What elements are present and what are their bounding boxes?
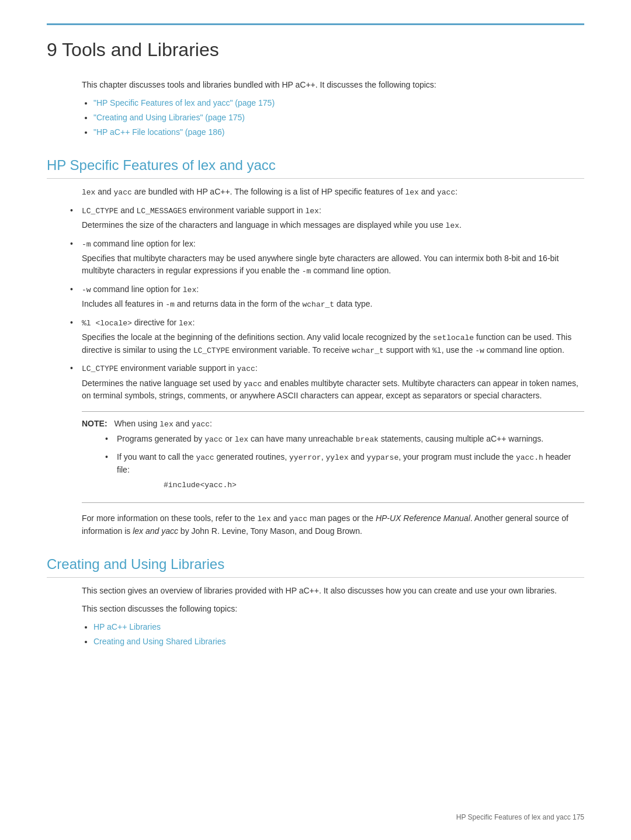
- yacc-code-1: yacc: [114, 188, 132, 197]
- yacc-note-1: yacc: [204, 435, 223, 444]
- feature-item-5: LC_CTYPE environment variable support in…: [82, 362, 584, 402]
- feature-title-5: LC_CTYPE environment variable support in…: [82, 362, 584, 375]
- lex-inline-1: lex: [306, 207, 319, 216]
- lex-code-1: lex: [82, 188, 95, 197]
- feature-item-3: -w command line option for lex: Includes…: [82, 283, 584, 311]
- yylex-code: yylex: [325, 453, 348, 462]
- note-item-1: Programs generated by yacc or lex can ha…: [117, 433, 584, 446]
- lc-ctype-yacc-code: LC_CTYPE: [82, 365, 118, 373]
- m-option-code: -m: [82, 240, 91, 249]
- lex-ref: lex: [257, 515, 271, 523]
- section2-list: HP aC++ Libraries Creating and Using Sha…: [93, 621, 584, 648]
- wchar-ref: wchar_t: [352, 346, 384, 355]
- page-footer: HP Specific Features of lex and yacc 175: [456, 812, 584, 822]
- lc-messages-code: LC_MESSAGES: [137, 207, 187, 216]
- section1-intro: lex and yacc are bundled with HP aC++. T…: [82, 186, 584, 199]
- feature-item-4: %l <locale> directive for lex: Specifies…: [82, 317, 584, 357]
- note-intro: When using lex and yacc:: [114, 419, 212, 428]
- yacc-note-2: yacc: [196, 453, 214, 462]
- section2-link-2[interactable]: Creating and Using Shared Libraries: [93, 637, 226, 646]
- feature-body-4: Specifies the locale at the beginning of…: [82, 331, 584, 356]
- break-code: break: [356, 435, 379, 444]
- section2-heading: Creating and Using Libraries: [47, 554, 584, 578]
- toc-link-1[interactable]: "HP Specific Features of lex and yacc" (…: [93, 98, 275, 107]
- yacc-code-2: yacc: [437, 188, 455, 197]
- note-box: NOTE: When using lex and yacc: Programs …: [82, 411, 584, 503]
- feature-list: LC_CTYPE and LC_MESSAGES environment var…: [82, 204, 584, 402]
- lex-note-1: lex: [235, 435, 248, 444]
- note-item-2: If you want to call the yacc generated r…: [117, 451, 584, 491]
- w-ref-code: -w: [475, 346, 484, 355]
- section2-intro1: This section gives an overview of librar…: [82, 585, 584, 597]
- list-item: "HP aC++ File locations" (page 186): [93, 126, 584, 138]
- feature-title-4: %l <locale> directive for lex:: [82, 317, 584, 329]
- lex-note: lex: [160, 420, 173, 429]
- yacc-ref: yacc: [289, 515, 307, 523]
- yacc-inline-1: yacc: [237, 365, 255, 373]
- feature-body-5: Determines the native language set used …: [82, 377, 584, 402]
- yacc-inline-2: yacc: [244, 380, 262, 388]
- chapter-intro: This chapter discusses tools and librari…: [82, 79, 584, 91]
- note-list: Programs generated by yacc or lex can ha…: [117, 433, 584, 491]
- hpux-manual: HP-UX Reference Manual: [376, 513, 470, 523]
- include-code: #include<yacc.h>: [164, 480, 584, 491]
- section1-footer: For more information on these tools, ref…: [82, 512, 584, 537]
- lex-inline-4: lex: [179, 319, 192, 328]
- section2-item-1: HP aC++ Libraries: [93, 621, 584, 633]
- w-option-code: -w: [82, 286, 91, 294]
- note-label: NOTE:: [82, 419, 108, 428]
- list-item: "Creating and Using Libraries" (page 175…: [93, 112, 584, 124]
- m-inline-code: -m: [302, 267, 311, 276]
- toc-list: "HP Specific Features of lex and yacc" (…: [93, 97, 584, 138]
- section1-heading: HP Specific Features of lex and yacc: [47, 155, 584, 179]
- percent-l-ref: %l: [432, 346, 442, 355]
- note-header: NOTE: When using lex and yacc:: [82, 418, 584, 431]
- chapter-title: 9 Tools and Libraries: [47, 36, 584, 68]
- yyerror-code: yyerror: [289, 453, 321, 462]
- lex-yacc-book: lex and yacc: [133, 526, 178, 536]
- setlocale-code: setlocale: [433, 334, 474, 342]
- feature-body-1: Determines the size of the characters an…: [82, 219, 584, 232]
- feature-body-2: Specifies that multibyte characters may …: [82, 252, 584, 277]
- yyparse-code: yyparse: [367, 453, 399, 462]
- m-ref-code: -m: [165, 300, 175, 309]
- feature-item-2: -m command line option for lex: Specifie…: [82, 238, 584, 277]
- list-item: "HP Specific Features of lex and yacc" (…: [93, 97, 584, 109]
- section2-item-2: Creating and Using Shared Libraries: [93, 636, 584, 648]
- lex-inline-2: lex: [446, 221, 459, 230]
- lc-ctype-code: LC_CTYPE: [82, 207, 118, 216]
- wchar-code: wchar_t: [303, 300, 335, 309]
- section2-link-1[interactable]: HP aC++ Libraries: [93, 622, 161, 631]
- feature-item-1: LC_CTYPE and LC_MESSAGES environment var…: [82, 204, 584, 232]
- toc-link-2[interactable]: "Creating and Using Libraries" (page 175…: [93, 113, 245, 122]
- yacch-code: yacc.h: [516, 453, 543, 462]
- feature-title-1: LC_CTYPE and LC_MESSAGES environment var…: [82, 204, 584, 217]
- top-border: [47, 23, 584, 25]
- lex-inline-3: lex: [183, 286, 196, 294]
- toc-link-3[interactable]: "HP aC++ File locations" (page 186): [93, 127, 224, 137]
- feature-body-3: Includes all features in -m and returns …: [82, 298, 584, 311]
- percent-l-code: %l <locale>: [82, 319, 132, 328]
- lex-code-2: lex: [405, 188, 418, 197]
- section2-intro2: This section discusses the following top…: [82, 603, 584, 615]
- page: 9 Tools and Libraries This chapter discu…: [0, 0, 631, 840]
- lc-ctype-ref: LC_CTYPE: [193, 346, 230, 355]
- yacc-note: yacc: [192, 420, 210, 429]
- note-content: Programs generated by yacc or lex can ha…: [82, 433, 584, 491]
- feature-title-2: -m command line option for lex:: [82, 238, 584, 251]
- feature-title-3: -w command line option for lex:: [82, 283, 584, 296]
